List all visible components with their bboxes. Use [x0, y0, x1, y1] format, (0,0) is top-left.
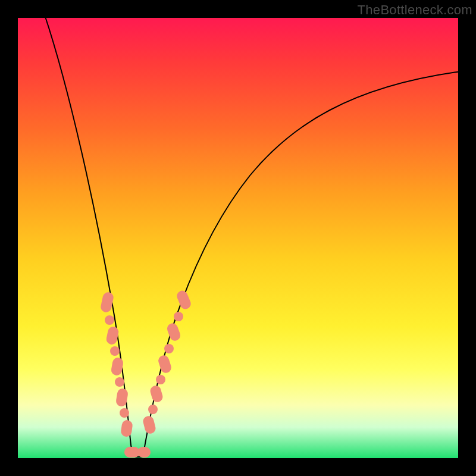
- watermark-text: TheBottleneck.com: [358, 2, 472, 18]
- marker-dot: [110, 346, 120, 356]
- curve-svg: [18, 18, 458, 458]
- chart-stage: TheBottleneck.com: [0, 0, 476, 476]
- marker-dot: [174, 312, 183, 321]
- curve-right-arm: [143, 71, 461, 457]
- marker-dot: [137, 447, 151, 458]
- marker-dot: [156, 375, 165, 384]
- marker-dot: [120, 408, 129, 418]
- plot-area: [18, 18, 458, 458]
- marker-dot: [115, 377, 124, 387]
- marker-dot: [164, 344, 174, 353]
- marker-dot: [148, 405, 158, 414]
- marker-dot: [105, 315, 114, 325]
